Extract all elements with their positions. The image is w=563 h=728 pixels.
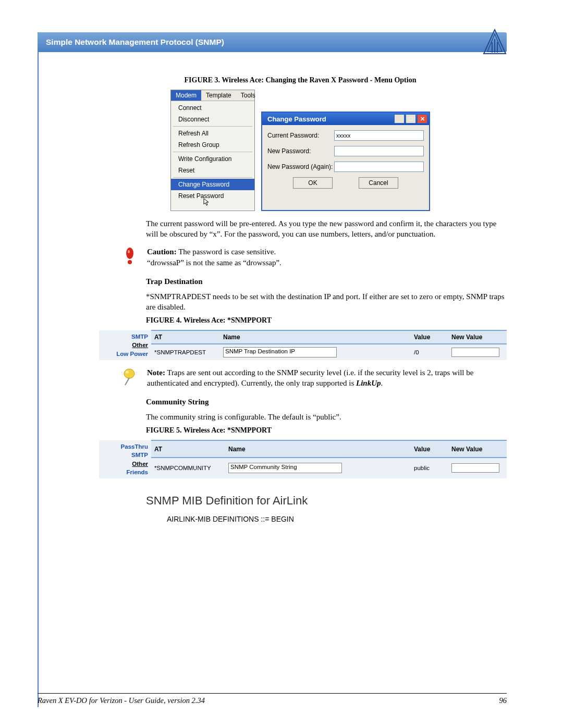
- mib-heading: SNMP MIB Definition for AirLink: [146, 494, 507, 508]
- change-password-dialog: Change Password _ □ ✕ Current Password: …: [261, 112, 430, 211]
- col-newvalue: New Value: [448, 330, 507, 343]
- menu-connect[interactable]: Connect: [171, 102, 254, 114]
- note-block: Note: Traps are sent out according to th…: [120, 367, 507, 389]
- current-pw-input[interactable]: [334, 130, 424, 141]
- menu-sep: [173, 152, 252, 152]
- table-row: *SNMPTRAPDEST SNMP Trap Destination IP /…: [99, 344, 507, 360]
- ok-button[interactable]: OK: [293, 177, 333, 189]
- menubar-template[interactable]: Template: [201, 90, 236, 101]
- fig4-sidenav: SMTP Other Low Power: [99, 330, 151, 360]
- app-menu: Modem Template Tools Connect Disconnect …: [170, 90, 255, 211]
- menu-write-config[interactable]: Write Configuration: [171, 153, 254, 165]
- cancel-button[interactable]: Cancel: [359, 177, 398, 189]
- col-newvalue: New Value: [448, 440, 507, 458]
- page-number: 96: [499, 696, 507, 705]
- menu-reset-password[interactable]: Reset Password: [171, 190, 254, 209]
- menu-sep: [173, 177, 252, 178]
- table-row: *SNMPCOMMUNITY SNMP Community String pub…: [99, 458, 507, 478]
- menubar: Modem Template Tools: [171, 90, 254, 101]
- name-display: SNMP Community String: [228, 463, 342, 473]
- para-password-note: The current password will be pre-entered…: [146, 218, 507, 240]
- fig5-sidenav: PassThru SMTP Other Friends: [99, 440, 151, 478]
- col-name: Name: [220, 330, 411, 343]
- menu-refresh-all[interactable]: Refresh All: [171, 128, 254, 139]
- menu-disconnect[interactable]: Disconnect: [171, 114, 254, 125]
- caution-block: Caution: The password is case sensitive.…: [120, 246, 507, 268]
- svg-point-7: [126, 371, 129, 373]
- logo-icon: [483, 29, 507, 56]
- current-pw-label: Current Password:: [267, 132, 334, 139]
- dialog-title: Change Password: [267, 115, 326, 123]
- name-display: SNMP Trap Destination IP: [223, 347, 337, 357]
- menu-change-password[interactable]: Change Password: [171, 179, 254, 190]
- maximize-button[interactable]: □: [406, 114, 416, 124]
- dialog-titlebar: Change Password _ □ ✕: [262, 113, 429, 125]
- col-at: AT: [151, 440, 225, 458]
- cursor-icon: [203, 198, 210, 205]
- new-pw-input[interactable]: [334, 146, 424, 156]
- community-heading: Community String: [146, 398, 507, 406]
- col-value: Value: [411, 330, 448, 343]
- col-name: Name: [225, 440, 411, 458]
- menubar-tools[interactable]: Tools: [236, 90, 260, 101]
- fig4-table: SMTP Other Low Power AT Name Value New V…: [99, 330, 507, 360]
- svg-point-6: [124, 369, 134, 378]
- new-pw-again-input[interactable]: [334, 162, 424, 172]
- fig5-table: PassThru SMTP Other Friends AT Name Valu…: [99, 440, 507, 478]
- newvalue-input[interactable]: [451, 463, 499, 473]
- left-vrule: [38, 32, 39, 707]
- trap-para: *SNMPTRAPDEST needs to be set with the d…: [146, 291, 507, 313]
- col-at: AT: [151, 330, 220, 343]
- caution-icon: [124, 248, 136, 265]
- page-header-title: Simple Network Management Protocol (SNMP…: [46, 38, 224, 47]
- menubar-modem[interactable]: Modem: [171, 90, 201, 101]
- close-button[interactable]: ✕: [417, 114, 427, 124]
- trap-heading: Trap Destination: [146, 277, 507, 286]
- new-pw-label: New Password:: [267, 147, 334, 155]
- figure5-caption: FIGURE 5. Wireless Ace: *SNMPPORT: [146, 426, 507, 435]
- caution-label: Caution:: [147, 248, 177, 256]
- mib-begin: AIRLINK-MIB DEFINITIONS ::= BEGIN: [167, 515, 507, 523]
- footer-left: Raven X EV-DO for Verizon - User Guide, …: [38, 696, 205, 705]
- footer-rule: [38, 693, 507, 694]
- newvalue-input[interactable]: [451, 348, 499, 357]
- community-para: The community string is configurable. Th…: [146, 412, 507, 422]
- menu-refresh-group[interactable]: Refresh Group: [171, 139, 254, 151]
- note-label: Note:: [147, 368, 165, 377]
- figure4-caption: FIGURE 4. Wireless Ace: *SNMPPORT: [146, 316, 507, 325]
- pin-icon: [122, 368, 138, 386]
- figure3-screenshot: Modem Template Tools Connect Disconnect …: [94, 90, 507, 211]
- menu-reset[interactable]: Reset: [171, 165, 254, 176]
- new-pw-again-label: New Password (Again):: [267, 163, 334, 170]
- page-footer: Raven X EV-DO for Verizon - User Guide, …: [38, 696, 507, 705]
- svg-point-5: [128, 260, 132, 264]
- minimize-button[interactable]: _: [394, 114, 405, 124]
- col-value: Value: [411, 440, 448, 458]
- figure3-caption: FIGURE 3. Wireless Ace: Changing the Rav…: [94, 76, 507, 84]
- svg-line-8: [125, 378, 129, 385]
- menu-sep: [173, 126, 252, 127]
- svg-point-4: [128, 250, 130, 253]
- page-header-bar: Simple Network Management Protocol (SNMP…: [38, 32, 507, 52]
- svg-point-3: [126, 248, 133, 259]
